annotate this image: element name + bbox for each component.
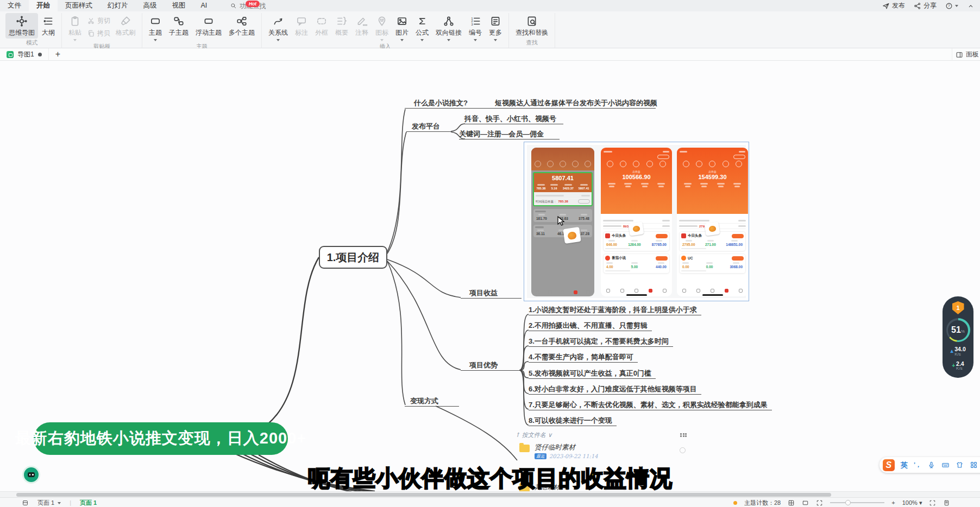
node-advantage-4[interactable]: 4.不需要生产内容，简单配音即可 xyxy=(529,353,638,363)
callout-button[interactable]: 标注 xyxy=(292,13,311,39)
collapse-ribbon-icon[interactable] xyxy=(967,2,975,10)
fit-window-button[interactable] xyxy=(802,499,809,506)
mascot-sticker xyxy=(629,221,644,236)
grid-view-icon[interactable] xyxy=(680,433,687,438)
node-advantage-7[interactable]: 7.只要足够耐心，不断去优化视频、素材、选文，积累实战经验都能拿到成果 xyxy=(529,401,772,410)
phone3-card-uc: UC 0.00 0.00 3068.00 xyxy=(679,254,746,274)
paper-plane-icon xyxy=(882,2,890,10)
page-view-button[interactable] xyxy=(943,499,950,506)
root-topic[interactable]: 最新右豹地铁小说推文变现，日入2000+ xyxy=(34,422,288,455)
recent-badge: 最近 xyxy=(535,453,546,459)
page-selector[interactable]: 页面 1 xyxy=(37,499,61,507)
node-platform[interactable]: 发布平台 xyxy=(406,122,451,132)
ai-assistant-icon[interactable] xyxy=(22,466,40,484)
skin-shirt-icon[interactable] xyxy=(956,461,964,469)
mindmap-canvas[interactable]: 最新右豹地铁小说推文变现，日入2000+ 1.项目介绍 什么是小说推文? 短视频… xyxy=(0,61,980,491)
folder1-radio[interactable] xyxy=(680,447,686,453)
node-advantage-2[interactable]: 2.不用拍摄出镜、不用直播、只需剪辑 xyxy=(529,321,652,331)
presentation-mode-button[interactable] xyxy=(929,499,936,506)
microphone-icon[interactable] xyxy=(927,461,935,469)
node-platform-flow[interactable]: 关键词—注册—会员—佣金 xyxy=(459,130,560,140)
help-button[interactable]: ? xyxy=(945,2,958,10)
page-tab-active[interactable]: 页面 1 xyxy=(80,499,97,507)
bidirectional-link-icon xyxy=(443,15,455,27)
find-replace-button[interactable]: 查找和替换 xyxy=(512,13,551,39)
unsaved-dot-icon xyxy=(38,53,42,56)
relation-line-button[interactable]: 关系线 xyxy=(265,13,291,42)
menu-tab-file[interactable]: 文件 xyxy=(0,0,29,11)
cpu-gauge: 51% xyxy=(946,318,970,342)
sogou-logo-icon[interactable]: S xyxy=(883,459,895,471)
mindmap-mode-button[interactable]: 思维导图 xyxy=(5,13,38,39)
node-income[interactable]: 项目收益 xyxy=(461,289,522,299)
publish-button[interactable]: 发布 xyxy=(882,1,905,10)
node-advantage-6[interactable]: 6.对小白非常友好，入门难度远低于其他短视频等项目 xyxy=(529,385,701,395)
node-advantage[interactable]: 项目优势 xyxy=(461,361,522,371)
node-advantage-3[interactable]: 3.一台手机就可以搞定，不需要耗费太多时间 xyxy=(529,337,673,347)
function-search[interactable] xyxy=(230,2,305,10)
folder-row-1[interactable]: 贤仔临时素材 最近 2023-09-22 11:14 xyxy=(519,443,598,459)
topic-count-label: 主题计数：28 xyxy=(744,499,781,507)
multiple-topics-button[interactable]: 多个主题 xyxy=(225,13,258,39)
zoom-in-button[interactable]: + xyxy=(891,499,895,506)
node-what-answer[interactable]: 短视频达人通过各媒体平台发布关于小说内容的视频 xyxy=(495,99,657,108)
panel-toggle-button[interactable]: 面板 xyxy=(952,48,980,61)
floating-topic-button[interactable]: 浮动主题 xyxy=(192,13,225,39)
numbering-button[interactable]: 123 编号 xyxy=(466,13,485,42)
ime-language-mode[interactable]: 英 xyxy=(901,460,908,470)
node-what-question[interactable]: 什么是小说推文? xyxy=(405,99,468,108)
outline-mode-button[interactable]: 大纲 xyxy=(39,13,58,39)
grid-view-button[interactable] xyxy=(788,499,795,506)
page-layout-icon[interactable] xyxy=(22,499,29,506)
sigma-icon xyxy=(416,15,428,27)
fullscreen-button[interactable] xyxy=(816,499,823,506)
ime-punctuation-mode[interactable]: ’， xyxy=(914,461,921,469)
node-advantage-5[interactable]: 5.发布视频就可以产生收益，真正0门槛 xyxy=(529,369,656,379)
boundary-button[interactable]: 外框 xyxy=(312,13,331,39)
icon-button[interactable]: 图标 xyxy=(372,13,392,42)
format-painter-button[interactable]: 格式刷 xyxy=(112,13,139,39)
bidirectional-link-button[interactable]: 双向链接 xyxy=(432,13,465,42)
cut-button[interactable]: 剪切 xyxy=(85,16,112,26)
subtopic-button[interactable]: 子主题 xyxy=(166,13,192,39)
menu-tab-slides[interactable]: 幻灯片 xyxy=(100,0,136,11)
node-monetize[interactable]: 变现方式 xyxy=(405,397,459,407)
sheet-tab-map1[interactable]: 导图1 xyxy=(0,48,49,61)
zoom-slider[interactable] xyxy=(830,502,884,503)
scrollbar-thumb[interactable] xyxy=(16,493,831,497)
central-topic[interactable]: 1.项目介绍 xyxy=(319,246,387,269)
phone1-stat-2: 5.16 xyxy=(550,187,558,190)
picture-button[interactable]: 图片 xyxy=(392,13,412,42)
summary-button[interactable]: 概要 xyxy=(332,13,351,39)
note-pencil-icon xyxy=(356,15,368,27)
copy-button[interactable]: 拷贝 xyxy=(85,28,112,39)
menu-tab-ai[interactable]: AI xyxy=(193,0,215,11)
zoom-slider-knob[interactable] xyxy=(845,500,851,505)
performance-monitor-widget[interactable]: 1 51% 34.0K/s + 2.4K/s xyxy=(943,296,973,378)
branch-what-is[interactable]: 什么是小说推文? 短视频达人通过各媒体平台发布关于小说内容的视频 xyxy=(405,99,656,109)
node-advantage-8[interactable]: 8.可以收徒来进行一个变现 xyxy=(529,416,617,426)
more-button[interactable]: 更多 xyxy=(486,13,505,42)
node-advantage-1[interactable]: 1.小说推文暂时还处于蓝海阶段，抖音上明显供小于求 xyxy=(529,306,701,315)
toolbox-grid-icon[interactable] xyxy=(970,461,978,469)
sort-by-name-label[interactable]: 按文件名 xyxy=(522,431,546,439)
add-sheet-button[interactable]: + xyxy=(49,49,67,59)
note-button[interactable]: 注释 xyxy=(352,13,372,39)
menu-tab-advanced[interactable]: 高级 xyxy=(136,0,165,11)
phone1-stat-4: 5807.41 xyxy=(579,187,589,190)
floating-topic-icon xyxy=(203,15,215,27)
keyboard-icon[interactable] xyxy=(941,461,950,469)
mascot-sticker xyxy=(705,221,720,236)
formula-button[interactable]: 公式 xyxy=(412,13,432,42)
topic-button[interactable]: 主题 xyxy=(146,13,165,42)
node-platform-apps[interactable]: 抖音、快手、小红书、视频号 xyxy=(464,115,563,124)
share-button[interactable]: 分享 xyxy=(914,1,937,10)
zoom-level[interactable]: 100% ▾ xyxy=(902,499,922,506)
menu-tab-home[interactable]: 开始 xyxy=(29,0,58,11)
menu-tab-view[interactable]: 视图 xyxy=(165,0,193,11)
pin-face-icon xyxy=(376,15,388,27)
horizontal-scrollbar[interactable] xyxy=(0,491,980,497)
ime-toolbar[interactable]: S 英 ’， xyxy=(880,457,980,473)
menu-tab-page-style[interactable]: 页面样式 xyxy=(58,0,100,11)
paste-button[interactable]: 粘贴 xyxy=(65,13,85,42)
